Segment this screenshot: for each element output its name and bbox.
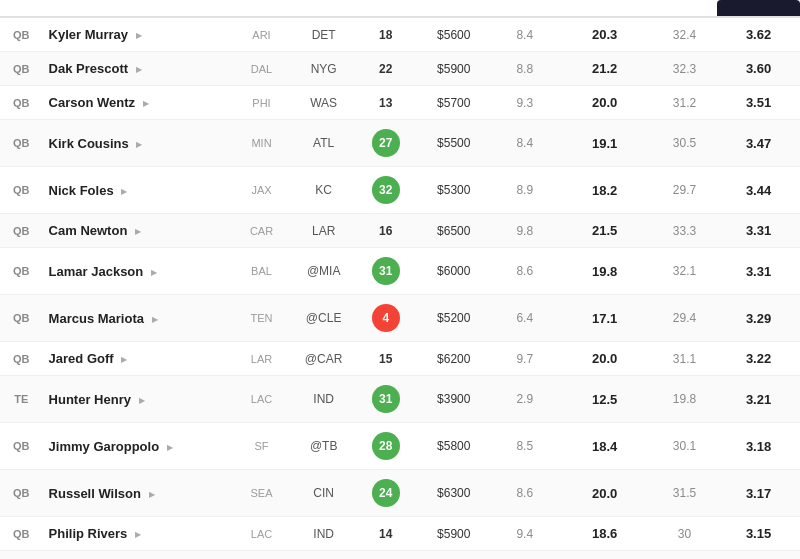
cell-team: CAR — [232, 214, 291, 248]
player-table: QB Kyler Murray ▸ ARI DET 18 $5600 8.4 2… — [0, 0, 800, 559]
col-floor — [492, 0, 557, 17]
mu-value: 15 — [379, 352, 392, 366]
cell-vs: @CAR — [291, 342, 356, 376]
table-row: QB Lamar Jackson ▸ BAL @MIA 31 $6000 8.6… — [0, 248, 800, 295]
cell-proj: 19.1 — [557, 120, 652, 167]
cell-pts: 3.44 — [717, 167, 800, 214]
table-row: QB Kyler Murray ▸ ARI DET 18 $5600 8.4 2… — [0, 17, 800, 52]
cell-proj: 17.1 — [557, 295, 652, 342]
cell-floor: 9.7 — [492, 342, 557, 376]
cell-ceil: 30.5 — [652, 551, 717, 560]
cell-price: $6500 — [415, 214, 492, 248]
table-header — [0, 0, 800, 17]
cell-team: MIN — [232, 120, 291, 167]
cell-floor: 9.4 — [492, 517, 557, 551]
cell-vs: DET — [291, 17, 356, 52]
cell-ceil: 31.5 — [652, 470, 717, 517]
cell-pts: 3.21 — [717, 376, 800, 423]
cell-mu: 4 — [356, 295, 415, 342]
cell-team: BAL — [232, 248, 291, 295]
table-row: QB Jared Goff ▸ LAR @CAR 15 $6200 9.7 20… — [0, 342, 800, 376]
cell-pts: 3.18 — [717, 423, 800, 470]
col-proj — [557, 0, 652, 17]
chat-icon: ▸ — [135, 225, 141, 238]
col-player — [43, 0, 232, 17]
cell-pos: QB — [0, 551, 43, 560]
table-row: QB Marcus Mariota ▸ TEN @CLE 4 $5200 6.4… — [0, 295, 800, 342]
cell-pos: QB — [0, 17, 43, 52]
table-row: QB Josh Allen ▸ BUF @NYJ 29 $5600 6.9 17… — [0, 551, 800, 560]
chat-icon: ▸ — [136, 138, 142, 151]
cell-pts: 3.14 — [717, 551, 800, 560]
cell-ceil: 19.8 — [652, 376, 717, 423]
chat-icon: ▸ — [136, 63, 142, 76]
cell-proj: 21.2 — [557, 52, 652, 86]
mu-badge: 4 — [372, 304, 400, 332]
mu-badge: 28 — [372, 432, 400, 460]
cell-price: $6000 — [415, 248, 492, 295]
cell-ceil: 32.1 — [652, 248, 717, 295]
cell-mu: 31 — [356, 376, 415, 423]
col-price — [415, 0, 492, 17]
cell-proj: 18.2 — [557, 167, 652, 214]
cell-floor: 8.4 — [492, 17, 557, 52]
cell-pts: 3.17 — [717, 470, 800, 517]
col-ceil — [652, 0, 717, 17]
col-pts — [717, 0, 800, 17]
cell-proj: 18.6 — [557, 517, 652, 551]
chat-icon: ▸ — [152, 313, 158, 326]
cell-floor: 8.6 — [492, 248, 557, 295]
chat-icon: ▸ — [167, 441, 173, 454]
cell-mu: 13 — [356, 86, 415, 120]
cell-pos: TE — [0, 376, 43, 423]
cell-player: Carson Wentz ▸ — [43, 86, 232, 120]
table-row: QB Carson Wentz ▸ PHI WAS 13 $5700 9.3 2… — [0, 86, 800, 120]
cell-price: $5600 — [415, 551, 492, 560]
cell-team: DAL — [232, 52, 291, 86]
cell-price: $6200 — [415, 342, 492, 376]
cell-proj: 20.0 — [557, 470, 652, 517]
cell-pts: 3.62 — [717, 17, 800, 52]
cell-mu: 15 — [356, 342, 415, 376]
cell-vs: ATL — [291, 120, 356, 167]
cell-ceil: 31.1 — [652, 342, 717, 376]
mu-badge: 31 — [372, 257, 400, 285]
cell-vs: @CLE — [291, 295, 356, 342]
cell-floor: 6.4 — [492, 295, 557, 342]
chat-icon: ▸ — [143, 97, 149, 110]
cell-ceil: 31.2 — [652, 86, 717, 120]
cell-pos: QB — [0, 470, 43, 517]
table-row: QB Philip Rivers ▸ LAC IND 14 $5900 9.4 … — [0, 517, 800, 551]
cell-team: SEA — [232, 470, 291, 517]
cell-vs: @TB — [291, 423, 356, 470]
cell-player: Lamar Jackson ▸ — [43, 248, 232, 295]
cell-price: $5600 — [415, 17, 492, 52]
cell-player: Nick Foles ▸ — [43, 167, 232, 214]
cell-player: Josh Allen ▸ — [43, 551, 232, 560]
chat-icon: ▸ — [135, 528, 141, 541]
cell-ceil: 30.1 — [652, 423, 717, 470]
table-row: QB Russell Wilson ▸ SEA CIN 24 $6300 8.6… — [0, 470, 800, 517]
cell-mu: 14 — [356, 517, 415, 551]
cell-player: Kyler Murray ▸ — [43, 17, 232, 52]
cell-proj: 20.0 — [557, 342, 652, 376]
col-vs — [291, 0, 356, 17]
mu-badge: 31 — [372, 385, 400, 413]
cell-player: Philip Rivers ▸ — [43, 517, 232, 551]
cell-pos: QB — [0, 423, 43, 470]
mu-badge: 24 — [372, 479, 400, 507]
cell-team: LAC — [232, 517, 291, 551]
table-row: QB Jimmy Garoppolo ▸ SF @TB 28 $5800 8.5… — [0, 423, 800, 470]
cell-vs: IND — [291, 517, 356, 551]
cell-player: Jimmy Garoppolo ▸ — [43, 423, 232, 470]
table-row: QB Kirk Cousins ▸ MIN ATL 27 $5500 8.4 1… — [0, 120, 800, 167]
cell-mu: 22 — [356, 52, 415, 86]
cell-ceil: 32.4 — [652, 17, 717, 52]
cell-price: $5300 — [415, 167, 492, 214]
cell-floor: 6.9 — [492, 551, 557, 560]
cell-pos: QB — [0, 248, 43, 295]
cell-proj: 18.4 — [557, 423, 652, 470]
mu-badge: 27 — [372, 129, 400, 157]
cell-price: $5900 — [415, 517, 492, 551]
mu-value: 14 — [379, 527, 392, 541]
